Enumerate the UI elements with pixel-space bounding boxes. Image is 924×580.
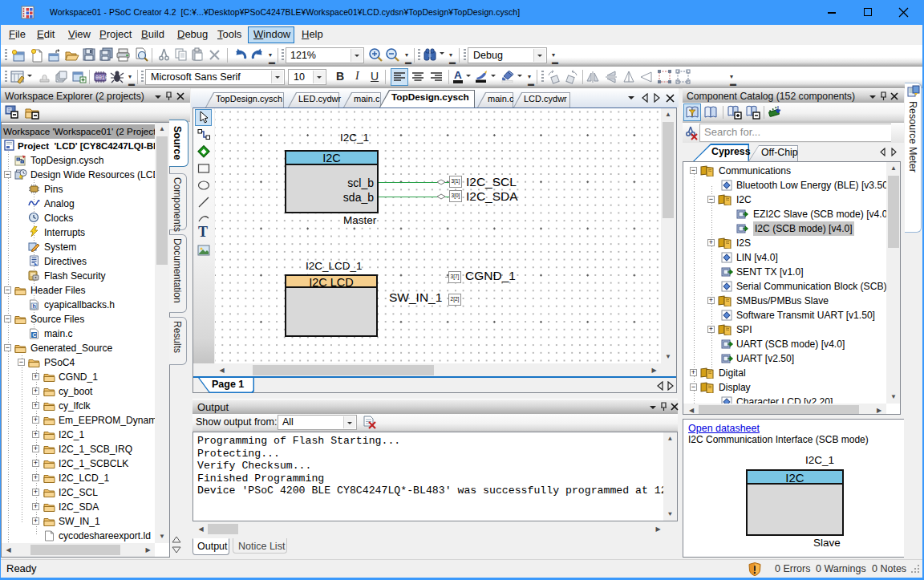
svg-text:0010: 0010 bbox=[95, 75, 108, 81]
svg-text:h: h bbox=[33, 303, 36, 309]
svg-text:C: C bbox=[33, 332, 37, 338]
